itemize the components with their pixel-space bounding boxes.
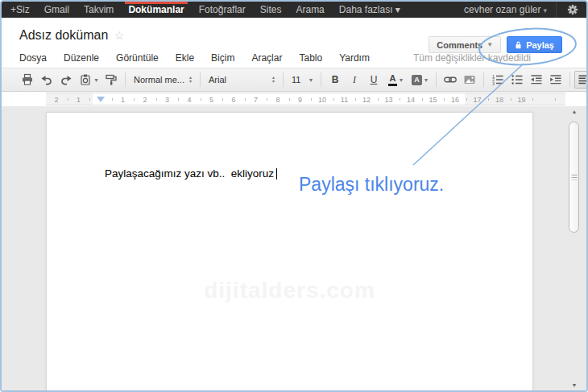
fill-color-button[interactable]: A ▾ — [408, 71, 432, 89]
toolbar-divider — [483, 72, 484, 87]
fill-color-icon: A — [412, 75, 422, 85]
menu-düzenle[interactable]: Düzenle — [64, 52, 99, 64]
topbar-item-arama[interactable]: Arama — [288, 2, 331, 18]
topbar-item-sites[interactable]: Sites — [253, 2, 289, 18]
menu-tablo[interactable]: Tablo — [299, 52, 322, 64]
toolbar-divider — [569, 72, 570, 87]
scroll-up-icon[interactable]: ▲ — [568, 107, 581, 117]
updown-icon: ▴▾ — [272, 76, 275, 84]
ruler-number: 13 — [384, 96, 392, 104]
google-bar: +SizGmailTakvimDokümanlarFotoğraflarSite… — [2, 2, 586, 18]
chevron-down-icon: ▾ — [94, 76, 97, 84]
align-left-icon[interactable] — [574, 71, 588, 89]
topbar-item-takvim[interactable]: Takvim — [77, 2, 121, 18]
print-icon[interactable] — [18, 71, 37, 89]
ruler-tick — [511, 98, 511, 101]
chevron-down-icon: ▼ — [487, 41, 493, 48]
chevron-down-icon: ▾ — [543, 6, 547, 14]
outdent-icon[interactable] — [527, 71, 546, 89]
ruler-tick — [201, 98, 201, 101]
insert-image-icon[interactable] — [460, 71, 479, 89]
scroll-down-icon[interactable]: ▼ — [568, 381, 581, 390]
toolbar-divider — [200, 72, 201, 87]
menu-dosya[interactable]: Dosya — [19, 52, 47, 64]
comments-label: Comments — [437, 40, 482, 50]
toolbar-divider — [436, 72, 437, 87]
scrollbar-thumb[interactable] — [569, 122, 579, 233]
ruler-number: 6 — [231, 96, 235, 104]
menu-biçim[interactable]: Biçim — [211, 52, 234, 64]
google-bar-nav: +SizGmailTakvimDokümanlarFotoğraflarSite… — [2, 2, 408, 18]
font-size-select[interactable]: 11 ▾ — [288, 72, 317, 88]
ruler-tick — [532, 98, 533, 101]
topbar-item-fotoğraflar[interactable]: Fotoğraflar — [192, 2, 253, 18]
ruler-number: 15 — [429, 96, 437, 104]
font-family-select[interactable]: Arial ▴▾ — [205, 72, 279, 88]
star-icon[interactable]: ☆ — [114, 29, 125, 42]
header-buttons: Comments ▼ Paylaş — [429, 36, 562, 53]
ruler-number: 5 — [209, 96, 213, 104]
document-text[interactable]: Paylaşacağımız yazı vb.. ekliyoruz — [105, 167, 277, 179]
scrollbar-grip-icon — [571, 175, 577, 180]
ruler-tick — [311, 98, 312, 101]
menu-row: DosyaDüzenleGörüntüleEkleBiçimAraçlarTab… — [19, 52, 531, 64]
redo-icon[interactable] — [56, 71, 76, 89]
ruler-number: 2 — [143, 96, 147, 104]
ruler-tick — [267, 98, 267, 101]
ruler[interactable]: 2112345678910111213141516171819 — [46, 93, 565, 105]
ruler-tick — [222, 98, 223, 101]
paragraph-style-value: Normal me... — [134, 75, 184, 85]
ruler-tick — [289, 98, 290, 101]
menu-görüntüle[interactable]: Görüntüle — [116, 52, 159, 64]
topbar-divider — [556, 2, 557, 18]
font-family-value: Arial — [209, 75, 226, 85]
web-clipboard-icon[interactable]: ▾ — [76, 71, 101, 89]
account-name: cevher ozan güler — [464, 4, 540, 15]
undo-icon[interactable] — [37, 71, 56, 89]
bold-button[interactable]: B — [325, 71, 345, 89]
chevron-down-icon: ▾ — [400, 76, 403, 84]
topbar-item-daha-fazlası[interactable]: Daha fazlası ▾ — [332, 2, 408, 18]
menu-ekle[interactable]: Ekle — [176, 52, 194, 64]
gear-icon[interactable] — [564, 4, 582, 15]
paint-format-icon[interactable] — [101, 71, 121, 89]
chevron-down-icon: ▾ — [309, 76, 313, 84]
save-status[interactable]: Tüm değişiklikler kaydedildi — [413, 52, 531, 64]
ruler-number: 4 — [187, 96, 191, 104]
paragraph-style-select[interactable]: Normal me... ▴▾ — [130, 72, 196, 88]
ruler-number: 9 — [298, 96, 302, 104]
topbar-item-+siz[interactable]: +Siz — [3, 2, 37, 18]
indent-icon[interactable] — [546, 71, 565, 89]
lock-icon — [515, 40, 522, 50]
ruler-tick — [444, 98, 445, 101]
ruler-number: 10 — [318, 96, 326, 104]
menu-yardım[interactable]: Yardım — [339, 52, 370, 64]
ruler-number: 11 — [341, 96, 348, 104]
underline-button[interactable]: U — [364, 71, 383, 89]
numbered-list-icon[interactable]: 123 — [488, 71, 507, 89]
account-menu[interactable]: cevher ozan güler▾ — [464, 4, 547, 15]
ruler-tick — [466, 98, 467, 101]
indent-marker-icon[interactable] — [97, 97, 105, 102]
text-color-button[interactable]: A ▾ — [383, 71, 408, 89]
ruler-number: 2 — [54, 96, 58, 104]
comments-button[interactable]: Comments ▼ — [429, 36, 501, 53]
ruler-number: 1 — [77, 96, 81, 104]
document-title[interactable]: Adsız doküman — [19, 28, 108, 43]
updown-icon: ▴▾ — [189, 76, 192, 84]
ruler-tick — [156, 98, 157, 101]
share-button[interactable]: Paylaş — [507, 36, 562, 53]
menu-araçlar[interactable]: Araçlar — [251, 52, 282, 64]
topbar-item-dokümanlar[interactable]: Dokümanlar — [121, 2, 191, 18]
ruler-tick — [134, 98, 135, 101]
italic-button[interactable]: I — [345, 71, 364, 89]
bullet-list-icon[interactable] — [507, 71, 527, 89]
document-area: Paylaşacağımız yazı vb.. ekliyoruz dijit… — [2, 106, 586, 390]
page[interactable]: Paylaşacağımız yazı vb.. ekliyoruz dijit… — [46, 112, 533, 392]
topbar-item-gmail[interactable]: Gmail — [37, 2, 77, 18]
text-cursor — [276, 168, 277, 179]
chevron-down-icon: ▾ — [424, 76, 428, 84]
scrollbar[interactable]: ▲ ▼ — [568, 107, 581, 390]
insert-link-icon[interactable] — [441, 71, 460, 89]
watermark: dijitalders.com — [47, 278, 532, 303]
